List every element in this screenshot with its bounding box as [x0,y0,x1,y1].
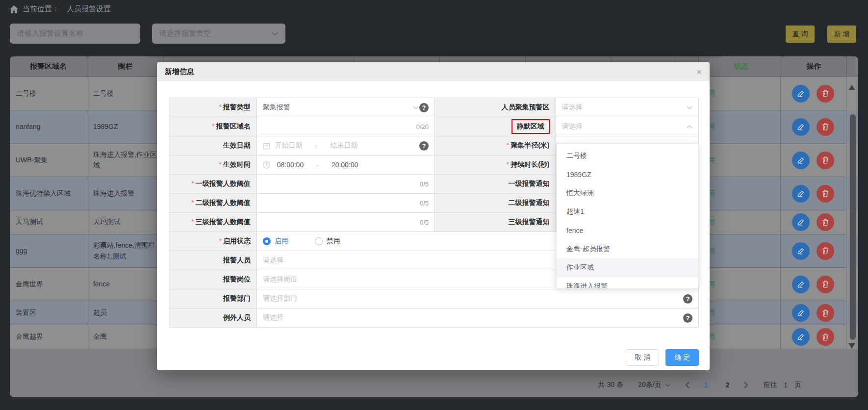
pagination: 共 30 条 20条/页 1 2 前往 1 页 [598,381,801,389]
cell-operations [781,301,846,325]
dropdown-option[interactable]: 珠海进入报警 [557,277,698,288]
gather-warning-area-label: 人员聚集预警区 [502,103,550,112]
close-icon[interactable]: × [696,67,702,77]
prev-page-button[interactable] [685,382,689,388]
silent-area-select[interactable]: 请选择 [556,117,698,136]
silent-area-placeholder: 请选择 [562,122,583,131]
date-separator: - [315,142,318,150]
alarm-type-placeholder: 请选择报警类型 [159,29,211,38]
dropdown-option[interactable]: 二号楼 [557,147,698,165]
alarm-type-cell: 聚集报警 ? [257,98,434,117]
dropdown-option[interactable]: 1989GZ [557,165,698,184]
silent-area-dropdown-panel: 二号楼 1989GZ 恒大绿洲 超速1 fence 金鹰-超员报警 作业区域 珠… [556,143,699,288]
add-button[interactable]: 新增 [827,26,856,43]
cell-area-name: 珠海优特禁入区域 [10,177,87,210]
page-number[interactable]: 1 [704,381,708,389]
scrollbar-up-arrow[interactable] [848,85,855,90]
edit-button[interactable] [792,213,810,231]
level3-threshold-label: 三级报警人数阈值 [191,218,250,227]
alarm-person-placeholder: 请选择 [263,256,283,265]
delete-button[interactable] [817,185,834,203]
alarm-name-placeholder: 请输入报警设置名称 [17,29,83,38]
radio-enabled[interactable]: 启用 [263,237,288,246]
help-icon[interactable]: ? [683,313,692,323]
edit-button[interactable] [792,118,810,136]
edit-button[interactable] [792,304,810,322]
char-counter: 0/20 [416,123,429,130]
level2-threshold-input[interactable]: 0/5 [257,194,434,212]
help-icon[interactable]: ? [683,294,692,304]
effective-date-range[interactable]: 开始日期 - 结束日期 ? [257,136,434,155]
delete-button[interactable] [817,85,834,102]
delete-button[interactable] [817,304,834,322]
cell-fence: fence [87,268,164,301]
delete-button[interactable] [817,213,834,231]
breadcrumb-label: 当前位置： [23,4,59,14]
cell-area-name: 金鹰越界 [10,325,87,349]
query-button[interactable]: 查询 [786,26,815,43]
delete-button[interactable] [817,276,834,293]
edit-button[interactable] [792,328,810,346]
dropdown-option[interactable]: 作业区域 [557,258,698,277]
radio-unselected-icon [315,237,323,245]
trash-icon [822,309,829,317]
alarm-dept-placeholder: 请选择部门 [263,294,297,303]
home-icon[interactable] [10,5,18,13]
dropdown-option[interactable]: fence [557,221,698,240]
delete-button[interactable] [817,118,834,136]
alarm-dept-label: 报警部门 [223,294,251,303]
dropdown-option[interactable]: 超速1 [557,203,698,221]
exception-person-select[interactable]: 请选择 ? [257,308,698,327]
level1-threshold-input[interactable]: 0/5 [257,175,434,193]
help-icon[interactable]: ? [419,141,429,151]
area-name-input[interactable]: 0/20 [257,117,434,136]
help-icon[interactable]: ? [419,103,429,112]
edit-button[interactable] [792,152,810,169]
goto-page-input[interactable]: 1 [784,381,788,389]
level3-threshold-input[interactable]: 0/5 [257,213,434,231]
duration-label: 持续时长(秒) [507,160,550,169]
page-number[interactable]: 2 [725,381,729,389]
delete-button[interactable] [817,242,834,260]
cell-status: 启用 [698,110,781,144]
chevron-down-icon [272,32,278,36]
pencil-icon [797,309,805,317]
confirm-button[interactable]: 确定 [665,349,699,366]
edit-button[interactable] [792,185,810,203]
radio-disabled[interactable]: 禁用 [315,237,340,246]
delete-button[interactable] [817,152,834,169]
dropdown-option[interactable]: 金鹰-超员报警 [557,240,698,258]
edit-button[interactable] [792,242,810,260]
alarm-name-input[interactable]: 请输入报警设置名称 [10,24,140,44]
pencil-icon [797,90,805,98]
gather-warning-area-select[interactable]: 请选择 [556,98,698,117]
next-page-button[interactable] [744,382,748,388]
cancel-button[interactable]: 取消 [626,349,659,366]
scrollbar-down-arrow[interactable] [848,343,855,349]
alarm-type-select[interactable]: 请选择报警类型 [152,24,285,44]
edit-button[interactable] [792,276,810,293]
delete-button[interactable] [817,328,834,346]
breadcrumb-page: 人员报警设置 [67,4,111,14]
trash-icon [822,90,829,97]
per-page-select[interactable]: 20条/页 [638,381,670,389]
cell-status: 启用 [698,210,781,234]
scrollbar-thumb[interactable] [850,114,856,340]
trash-icon [822,333,829,341]
edit-button[interactable] [792,85,810,102]
end-date-placeholder: 结束日期 [330,141,357,150]
level3-notify-label: 三级报警通知 [509,218,550,227]
per-page-value: 20条/页 [638,381,661,389]
modal-footer: 取消 确定 [626,349,699,366]
cell-status: 启用 [698,77,781,110]
effective-time-range[interactable]: 08:00:00 - 20:00:00 [257,155,434,174]
alarm-dept-select[interactable]: 请选择部门 ? [257,289,698,308]
cell-scrollbar-gap [846,77,858,110]
chevron-up-icon [687,125,692,128]
cell-area-name: ggg [10,234,87,268]
alarm-type-dropdown[interactable]: 聚集报警 [263,103,419,112]
gather-warning-area-placeholder: 请选择 [562,103,583,112]
cell-fence: 超员 [87,301,164,325]
dropdown-option[interactable]: 恒大绿洲 [557,184,698,203]
radio-selected-icon [263,237,271,245]
